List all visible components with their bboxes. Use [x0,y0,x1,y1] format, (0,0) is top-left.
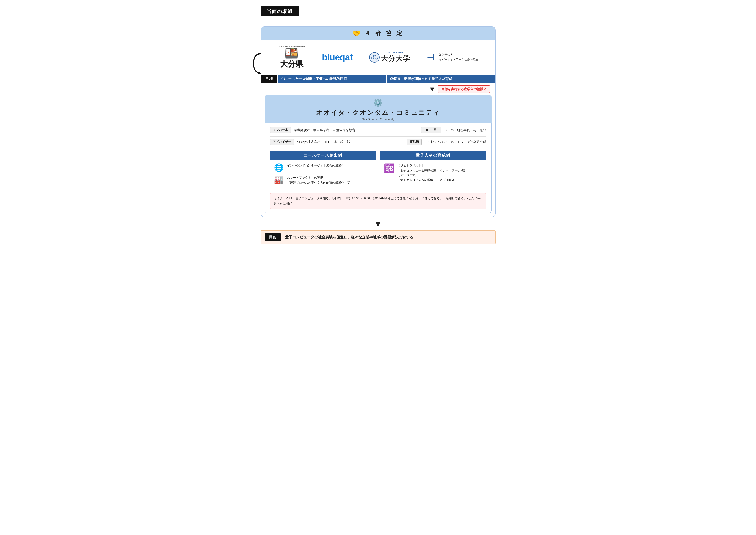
yonsha-section: 🤝４ 者 協 定 Oita Prefectural Government 🍱 大… [261,26,496,217]
univ-name: 大分大学 [381,54,410,64]
member-section: メンバー案 学識経験者、県内事業者、自治体等を想定 [270,127,355,133]
divider1 [270,136,486,137]
usecase-col: ユースケース創出例 🌐 インバウンド向けターゲット広告の最適化 🏭 スマートファ… [270,151,376,191]
yonsha-header: 🤝４ 者 協 定 [261,27,495,40]
jinzai-col: 量子人材の育成例 ⚛️ 【ジェネラリスト】 量子コンピュータ基礎知識、ビジネス活… [380,151,486,191]
member-tag: メンバー案 [270,127,291,133]
two-col-section: ユースケース創出例 🌐 インバウンド向けターゲット広告の最適化 🏭 スマートファ… [270,151,486,191]
advisor-jimukyoku-row: アドバイザー blueqat株式会社 CEO 湊 雄一郎 事務局 （公財）ハイパ… [270,139,486,145]
community-name-jp: オオイタ・クオンタム・コミュニティ [264,108,492,117]
hyper-text: 公益財団法人 ハイパーネットワーク社会研究所 [436,53,478,62]
univ-circle-text: 国立大学法人 [370,55,378,60]
chair-tag: 座 長 [421,127,441,133]
hyper-logo: ⊣ 公益財団法人 ハイパーネットワーク社会研究所 [427,52,478,62]
mokuteki-label: 目的 [265,233,281,241]
oita-pref-name: 大分県 [280,59,303,70]
factory-icon: 🏭 [274,175,284,184]
kyogitai-label: 目標を実行する産学官の協議体 [438,85,490,93]
hyper-label2: ハイパーネットワーク社会研究所 [436,57,478,62]
usecase-header: ユースケース創出例 [270,151,376,160]
univ-en: OITA UNIVERSITY [386,52,405,54]
bottom-down-arrow: ▼ [261,219,496,229]
community-header-wrap: ⚙️ オオイタ・クオンタム・コミュニティ Oita Quantum Commun… [264,95,492,123]
community-name-en: Oita Quantum Community [264,118,492,121]
usecase-content: 🌐 インバウンド向けターゲット広告の最適化 🏭 スマートファクトリの実現（製造プ… [270,160,376,191]
hyper-label1: 公益財団法人 [436,53,478,57]
blueqat-logo: blueqat [322,52,352,63]
oita-univ-logo: 国立大学法人 OITA UNIVERSITY 大分大学 [369,52,410,64]
oita-pref-logo: Oita Prefectural Government 🍱 大分県 [278,45,305,70]
community-gear-icon: ⚙️ [264,99,492,107]
divider2 [270,148,486,149]
chair-section: 座 長 ハイパー研理事長 村上憲郎 [421,127,486,133]
member-chair-row: メンバー案 学識経験者、県内事業者、自治体等を想定 座 長 ハイパー研理事長 村… [270,127,486,133]
mokuhyo-item1: ①ユースケース創出・実装への挑戦的研究 [278,75,386,83]
community-header: ⚙️ オオイタ・クオンタム・コミュニティ Oita Quantum Commun… [264,95,492,123]
globe-icon: 🌐 [274,163,284,172]
seminar-text: セミナーVol.1「量子コンピュータを知る」9月12日（木）13:30〜16:3… [274,197,481,205]
jimukyoku-tag: 事務局 [407,139,422,145]
kyogitai-row: ▼ 目標を実行する産学官の協議体 [261,83,495,93]
community-body: メンバー案 学識経験者、県内事業者、自治体等を想定 座 長 ハイパー研理事長 村… [264,123,492,213]
mokuhyo-row: 目標 ①ユースケース創出・実装への挑戦的研究 ②将来、活躍が期待される量子人材育… [261,75,495,83]
yonsha-title: ４ 者 協 定 [365,30,404,36]
mokuhyo-label: 目標 [261,75,278,83]
member-desc: 学識経験者、県内事業者、自治体等を想定 [294,128,355,132]
advisor-section: アドバイザー blueqat株式会社 CEO 湊 雄一郎 [270,139,350,145]
hyper-icon: ⊣ [427,52,434,62]
jinzai-item-1: ⚛️ 【ジェネラリスト】 量子コンピュータ基礎知識、ビジネス活用の検討 【エンジ… [384,163,483,183]
chair-desc: ハイパー研理事長 村上憲郎 [444,128,486,132]
handshake-icon: 🤝 [352,30,363,37]
usecase-item-2: 🏭 スマートファクトリの実現（製造プロセス効率化や人的配置の最適化 等） [274,175,372,185]
page-title: 当面の取組 [261,7,299,16]
usecase-item-1: 🌐 インバウンド向けターゲット広告の最適化 [274,163,372,172]
usecase-text-1: インバウンド向けターゲット広告の最適化 [287,163,344,168]
advisor-tag: アドバイザー [270,139,294,145]
mokuhyo-item2: ②将来、活躍が期待される量子人材育成 [386,75,495,83]
jinzai-text-1: 【ジェネラリスト】 量子コンピュータ基礎知識、ビジネス活用の検討 【エンジニア】… [397,163,467,183]
jimukyoku-desc: （公財）ハイパーネットワーク社会研究所 [425,140,486,144]
logos-row: Oita Prefectural Government 🍱 大分県 blueqa… [261,40,495,75]
jinzai-content: ⚛️ 【ジェネラリスト】 量子コンピュータ基礎知識、ビジネス活用の検討 【エンジ… [380,160,486,188]
univ-circle: 国立大学法人 [369,52,380,63]
mokuteki-row: 目的 量子コンピュータの社会実装を促進し、様々な企業や地域の課題解決に資する [261,230,496,244]
atom-icon: ⚛️ [384,163,394,174]
jimukyoku-section: 事務局 （公財）ハイパーネットワーク社会研究所 [407,139,486,145]
advisor-desc: blueqat株式会社 CEO 湊 雄一郎 [297,140,350,144]
seminar-notice: セミナーVol.1「量子コンピュータを知る」9月12日（木）13:30〜16:3… [270,193,486,209]
curved-arrow-icon [253,53,263,74]
usecase-text-2: スマートファクトリの実現（製造プロセス効率化や人的配置の最適化 等） [287,175,353,185]
down-arrow-small: ▼ [429,85,436,93]
mokuteki-text: 量子コンピュータの社会実装を促進し、様々な企業や地域の課題解決に資する [285,235,413,240]
jinzai-header: 量子人材の育成例 [380,151,486,160]
oita-pref-icon: 🍱 [284,48,299,59]
